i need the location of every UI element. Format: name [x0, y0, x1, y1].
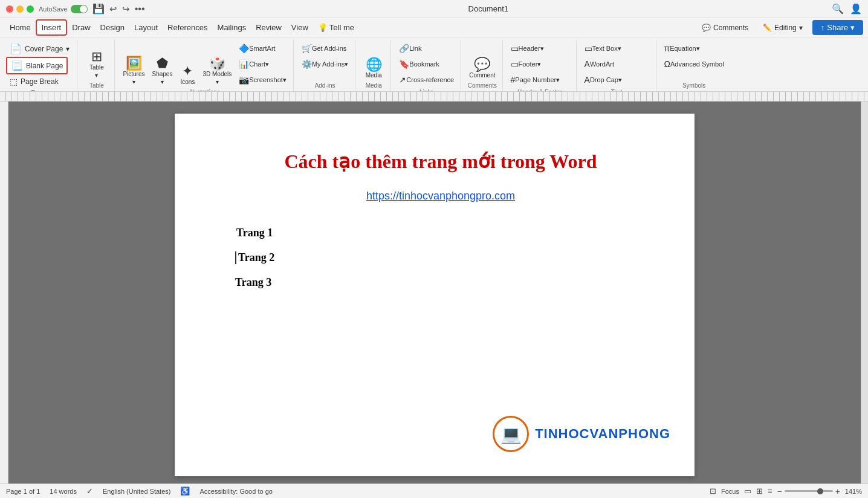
page-break-icon: ⬚	[10, 77, 18, 86]
menu-references[interactable]: References	[163, 21, 212, 34]
table-button[interactable]: ⊞ Table ▾	[83, 48, 110, 81]
media-button[interactable]: 🌐 Media	[360, 56, 387, 81]
table-label: Table	[89, 63, 104, 71]
document-area[interactable]: Cách tạo thêm trang mới trong Word https…	[8, 102, 861, 483]
page-number-label: Page Number	[515, 76, 556, 84]
paragraph-1[interactable]: Trang 1	[235, 227, 646, 239]
menu-tell-me[interactable]: 💡Tell me	[313, 21, 359, 34]
bookmark-button[interactable]: 🔖 Bookmark	[396, 57, 442, 71]
autosave-switch[interactable]	[71, 5, 88, 13]
textbox-label: Text Box	[592, 44, 618, 53]
share-button[interactable]: ↑ Share ▾	[812, 20, 863, 35]
zoom-percent[interactable]: 141%	[845, 488, 862, 495]
view-web-icon[interactable]: ⊞	[756, 487, 763, 496]
equation-button[interactable]: π Equation ▾	[661, 41, 703, 56]
document-link[interactable]: https://tinhocvanphongpro.com	[235, 190, 646, 202]
menu-mailings[interactable]: Mailings	[213, 21, 251, 34]
shapes-chevron: ▾	[161, 78, 164, 86]
view-print-icon[interactable]: ▭	[744, 487, 751, 496]
footer-button[interactable]: ▭ Footer ▾	[508, 57, 545, 71]
title-bar-right: 🔍 👤	[832, 3, 862, 15]
more-icon[interactable]: •••	[135, 4, 145, 15]
account-icon[interactable]: 👤	[850, 3, 862, 15]
zoom-slider[interactable]	[785, 490, 833, 492]
comments-button[interactable]: 💬 Comments	[697, 22, 753, 34]
media-label: Media	[366, 71, 382, 79]
cover-page-chevron: ▾	[66, 45, 70, 53]
header-chevron: ▾	[540, 44, 544, 53]
zoom-in-icon[interactable]: +	[835, 487, 840, 496]
editing-button[interactable]: ✏️ Editing ▾	[758, 22, 808, 34]
header-button[interactable]: ▭ Header ▾	[508, 41, 547, 56]
equation-label: Equation	[670, 44, 696, 53]
textbox-button[interactable]: ▭ Text Box ▾	[581, 41, 624, 56]
menu-layout[interactable]: Layout	[129, 21, 163, 34]
menu-review[interactable]: Review	[251, 21, 287, 34]
watermark-logo: 💻	[493, 416, 529, 452]
link-button[interactable]: 🔗 Link	[396, 41, 424, 56]
menu-insert[interactable]: Insert	[36, 19, 68, 36]
screenshot-button[interactable]: 📷 Screenshot ▾	[236, 73, 290, 87]
smartart-button[interactable]: 🔷 SmartArt	[236, 41, 278, 56]
close-button[interactable]	[6, 5, 13, 13]
cover-page-icon: 📄	[10, 43, 22, 54]
share-icon: ↑	[821, 23, 825, 32]
maximize-button[interactable]	[27, 5, 34, 13]
chart-button[interactable]: 📊 Chart ▾	[236, 57, 272, 71]
blank-page-label: Blank Page	[26, 62, 63, 70]
search-icon[interactable]: 🔍	[832, 3, 844, 15]
table-buttons: ⊞ Table ▾	[82, 41, 111, 81]
paragraph-2[interactable]: Trang 2	[235, 251, 646, 264]
cross-reference-button[interactable]: ↗ Cross-reference	[396, 73, 457, 87]
undo-icon[interactable]: ↩	[109, 4, 117, 15]
equation-icon: π	[664, 43, 670, 54]
autosave-toggle[interactable]: AutoSave	[39, 5, 88, 13]
get-addins-button[interactable]: 🛒 Get Add-ins	[299, 41, 349, 56]
zoom-out-icon[interactable]: −	[777, 487, 782, 496]
symbols-buttons: π Equation ▾ Ω Advanced Symbol	[661, 41, 727, 81]
menu-home[interactable]: Home	[5, 21, 36, 34]
redo-icon[interactable]: ↪	[122, 4, 130, 15]
get-addins-icon: 🛒	[302, 43, 312, 54]
minimize-button[interactable]	[16, 5, 24, 13]
wordart-icon: A	[585, 59, 590, 70]
focus-label[interactable]: Focus	[721, 488, 739, 495]
links-buttons: 🔗 Link 🔖 Bookmark ↗ Cross-reference	[396, 41, 457, 88]
document-title: Cách tạo thêm trang mới trong Word	[235, 150, 646, 173]
view-read-icon[interactable]: ≡	[768, 487, 772, 496]
cover-page-button[interactable]: 📄 Cover Page ▾	[6, 41, 73, 56]
menu-view[interactable]: View	[287, 21, 313, 34]
menu-draw[interactable]: Draw	[67, 21, 95, 34]
wordart-button[interactable]: A WordArt	[581, 57, 617, 71]
page-number-button[interactable]: # Page Number ▾	[508, 73, 563, 87]
my-addins-button[interactable]: ⚙️ My Add-ins ▾	[299, 57, 351, 71]
menu-design[interactable]: Design	[96, 21, 129, 34]
vertical-scrollbar[interactable]	[861, 102, 868, 483]
title-bar: AutoSave 💾 ↩ ↪ ••• Document1 🔍 👤	[0, 0, 868, 18]
language[interactable]: English (United States)	[103, 488, 171, 495]
link-label: Link	[409, 44, 421, 53]
pictures-button[interactable]: 🖼️ Pictures ▾	[120, 55, 147, 88]
shapes-button[interactable]: ⬟ Shapes ▾	[149, 55, 176, 88]
accessibility-icon: ♿	[180, 487, 190, 496]
equation-chevron: ▾	[696, 44, 700, 53]
icons-button[interactable]: ✦ Icons	[177, 63, 198, 88]
page-break-label: Page Break	[21, 77, 59, 86]
autosave-label: AutoSave	[39, 5, 68, 13]
paragraph-3[interactable]: Trang 3	[235, 276, 646, 289]
text-buttons: ▭ Text Box ▾ A WordArt A Drop Cap ▾	[581, 41, 625, 88]
ribbon-comments-group: 💬 Comment Comments	[462, 40, 502, 91]
3d-models-button[interactable]: 🎲 3D Models ▾	[199, 55, 235, 88]
header-footer-buttons: ▭ Header ▾ ▭ Footer ▾ # Page Number ▾	[508, 41, 563, 88]
media-buttons: 🌐 Media	[360, 41, 387, 81]
accessibility-status[interactable]: Accessibility: Good to go	[199, 488, 272, 495]
comment-ribbon-button[interactable]: 💬 Comment	[466, 56, 498, 81]
blank-page-button[interactable]: 📃 Blank Page	[6, 57, 68, 74]
page-break-button[interactable]: ⬚ Page Break	[6, 75, 62, 88]
save-icon[interactable]: 💾	[92, 3, 105, 15]
advanced-symbol-button[interactable]: Ω Advanced Symbol	[661, 57, 727, 71]
smartart-icon: 🔷	[239, 43, 249, 54]
smartart-label: SmartArt	[249, 44, 275, 53]
dropcap-button[interactable]: A Drop Cap ▾	[581, 73, 625, 87]
chart-label: Chart	[249, 60, 265, 68]
